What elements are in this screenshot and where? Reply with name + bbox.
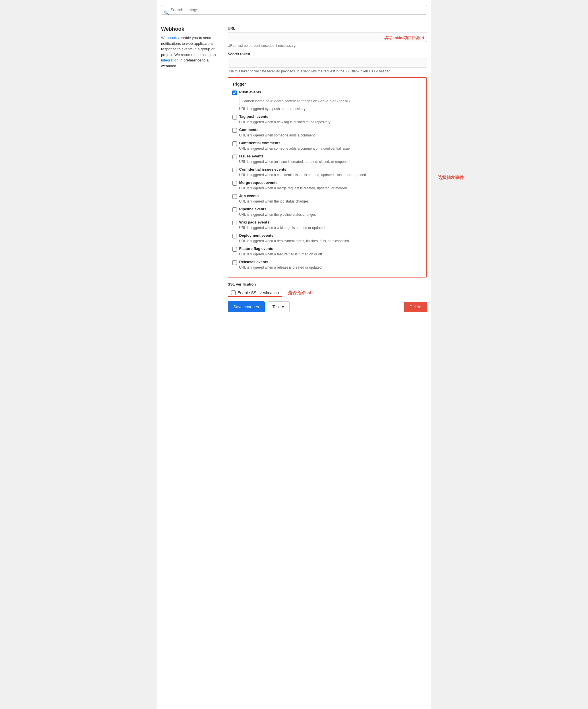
trigger-item-header-feature_flag: Feature flag events [232,246,422,252]
save-button[interactable]: Save changes [228,301,265,312]
trigger-item-header-wiki_page: Wiki page events [232,220,422,225]
trigger-item-wiki_page: Wiki page events URL is triggered when a… [232,220,422,230]
trigger-item-desc-releases: URL is triggered when a release is creat… [239,265,422,269]
trigger-item-label-comments[interactable]: Comments [239,128,258,132]
trigger-item-header-job: Job events [232,194,422,199]
sidebar-description: Webhooks enable you to send notification… [161,35,219,69]
trigger-item-label-deployment[interactable]: Deployment events [239,233,273,238]
ssl-annotation: 是否允许ssl [288,290,311,296]
webhooks-link[interactable]: Webhooks [161,36,178,40]
trigger-item-header-push: Push events [232,90,422,95]
test-chevron-icon: ▼ [281,305,285,309]
url-label: URL [228,26,427,30]
secret-token-input[interactable] [228,58,427,68]
trigger-item-merge_request: Merge request events URL is triggered wh… [232,180,422,190]
trigger-item-desc-job: URL is triggered when the job status cha… [239,200,422,203]
trigger-item-confidential_comments: Confidential comments URL is triggered w… [232,141,422,151]
ssl-section: SSL verification Enable SSL verification… [228,282,427,297]
trigger-item-desc-feature_flag: URL is triggered when a feature flag is … [239,252,422,256]
trigger-item-header-deployment: Deployment events [232,233,422,238]
trigger-annotation: 选择触发事件 [438,175,464,180]
test-button-label: Test [273,305,280,309]
trigger-box: Trigger Push events URL is triggered by … [228,77,427,278]
url-field-group: URL 填写jenkins项目回调url URL must be percent… [228,26,427,48]
trigger-checkbox-releases[interactable] [232,260,237,265]
trigger-item-desc-pipeline: URL is triggered when the pipeline statu… [239,213,422,217]
trigger-item-header-pipeline: Pipeline events [232,207,422,212]
trigger-item-tag_push: Tag push events URL is triggered when a … [232,114,422,124]
trigger-checkbox-wiki_page[interactable] [232,220,237,225]
trigger-item-header-merge_request: Merge request events [232,180,422,186]
trigger-item-comments: Comments URL is triggered when someone a… [232,128,422,137]
trigger-item-label-issues[interactable]: Issues events [239,154,263,158]
search-icon: 🔍 [164,10,169,15]
trigger-item-desc-confidential_issues: URL is triggered when a confidential iss… [239,173,422,177]
trigger-item-desc-tag_push: URL is triggered when a new tag is pushe… [239,120,422,124]
secret-token-field-group: Secret token Use this token to validate … [228,52,427,73]
trigger-checkbox-confidential_comments[interactable] [232,141,237,146]
test-button[interactable]: Test ▼ [268,301,290,312]
ssl-label: SSL verification [228,282,427,286]
trigger-item-desc-merge_request: URL is triggered when a merge request is… [239,186,422,190]
trigger-item-desc-deployment: URL is triggered when a deployment start… [239,239,422,243]
trigger-checkbox-tag_push[interactable] [232,115,237,120]
url-help-text: URL must be percent-encoded if neccessar… [228,44,427,48]
trigger-title: Trigger [232,82,422,86]
trigger-item-desc-comments: URL is triggered when someone adds a com… [239,133,422,137]
actions-left: Save changes Test ▼ [228,301,290,312]
trigger-item-confidential_issues: Confidential issues events URL is trigge… [232,167,422,177]
trigger-item-releases: Releases events URL is triggered when a … [232,260,422,269]
trigger-item-label-job[interactable]: Job events [239,194,259,198]
trigger-item-deployment: Deployment events URL is triggered when … [232,233,422,243]
trigger-checkbox-feature_flag[interactable] [232,247,237,252]
trigger-item-header-comments: Comments [232,128,422,133]
secret-token-label: Secret token [228,52,427,56]
search-input[interactable] [161,5,427,15]
search-wrapper: 🔍 [161,5,427,20]
trigger-item-push: Push events URL is triggered by a push t… [232,90,422,111]
main-content: URL 填写jenkins项目回调url URL must be percent… [228,26,427,312]
sidebar-title: Webhook [161,26,219,32]
secret-token-help-text: Use this token to validate received payl… [228,69,427,73]
trigger-item-label-confidential_comments[interactable]: Confidential comments [239,141,280,145]
trigger-item-desc-wiki_page: URL is triggered when a wiki page is cre… [239,226,422,230]
trigger-checkbox-comments[interactable] [232,128,237,133]
push-events-desc: URL is triggered by a push to the reposi… [239,107,422,111]
ssl-checkbox-row: Enable SSL verification 是否允许ssl [228,289,427,297]
trigger-item-desc-confidential_comments: URL is triggered when someone adds a com… [239,147,422,151]
trigger-item-pipeline: Pipeline events URL is triggered when th… [232,207,422,217]
trigger-checkbox-confidential_issues[interactable] [232,168,237,173]
trigger-item-job: Job events URL is triggered when the job… [232,194,422,203]
trigger-item-label-pipeline[interactable]: Pipeline events [239,207,267,211]
trigger-checkbox-push[interactable] [232,90,237,95]
ssl-verification-checkbox[interactable] [231,290,236,295]
trigger-item-label-merge_request[interactable]: Merge request events [239,180,278,185]
trigger-item-label-wiki_page[interactable]: Wiki page events [239,220,269,225]
trigger-item-header-releases: Releases events [232,260,422,265]
trigger-item-feature_flag: Feature flag events URL is triggered whe… [232,246,422,256]
trigger-item-header-confidential_comments: Confidential comments [232,141,422,146]
ssl-checkbox-box: Enable SSL verification [228,289,282,297]
integration-link[interactable]: integration [161,58,178,62]
trigger-item-header-issues: Issues events [232,154,422,159]
trigger-item-header-tag_push: Tag push events [232,114,422,120]
trigger-checkbox-merge_request[interactable] [232,181,237,186]
trigger-checkbox-job[interactable] [232,194,237,199]
trigger-item-label-feature_flag[interactable]: Feature flag events [239,246,273,251]
url-input-wrapper: 填写jenkins项目回调url [228,32,427,44]
trigger-item-label-confidential_issues[interactable]: Confidential issues events [239,167,286,172]
delete-button[interactable]: Delete [404,301,427,312]
url-input[interactable] [228,32,427,42]
trigger-item-label-releases[interactable]: Releases events [239,260,268,264]
trigger-checkbox-deployment[interactable] [232,234,237,238]
trigger-item-header-confidential_issues: Confidential issues events [232,167,422,173]
trigger-checkbox-pipeline[interactable] [232,207,237,212]
ssl-checkbox-label[interactable]: Enable SSL verification [237,290,279,295]
trigger-item-desc-issues: URL is triggered when an issue is create… [239,160,422,164]
trigger-checkbox-issues[interactable] [232,155,237,159]
trigger-item-label-push[interactable]: Push events [239,90,261,94]
branch-pattern-input[interactable] [239,97,422,105]
sidebar: Webhook Webhooks enable you to send noti… [161,26,219,312]
trigger-item-issues: Issues events URL is triggered when an i… [232,154,422,164]
trigger-item-label-tag_push[interactable]: Tag push events [239,114,269,119]
